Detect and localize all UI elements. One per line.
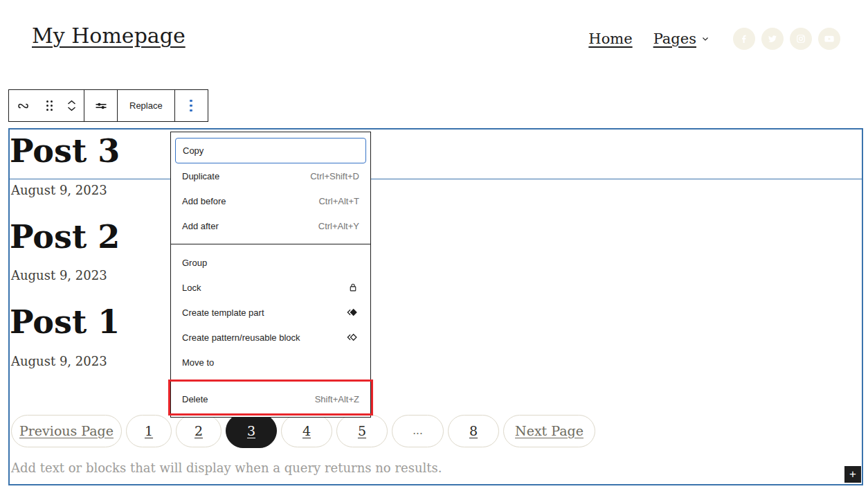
post-title[interactable]: Post 2 xyxy=(10,220,120,255)
duplicate-label: Duplicate xyxy=(182,171,219,181)
query-loop-block[interactable]: Post 3 August 9, 2023 Post 2 August 9, 2… xyxy=(8,128,863,485)
no-results-placeholder[interactable]: Add text or blocks that will display whe… xyxy=(11,461,841,475)
query-loop-block-icon[interactable] xyxy=(9,90,39,121)
reusable-block-icon xyxy=(345,330,359,344)
block-toolbar: Replace xyxy=(8,89,208,122)
page-4-label: 4 xyxy=(302,423,311,438)
lock-icon xyxy=(347,281,359,294)
nav-item-pages[interactable]: Pages xyxy=(653,30,709,47)
twitter-icon[interactable] xyxy=(761,28,784,50)
block-options-menu: Copy Duplicate Ctrl+Shift+D Add before C… xyxy=(170,132,371,418)
chevron-down-icon xyxy=(701,35,709,43)
menu-item-create-template-part[interactable]: Create template part xyxy=(171,300,370,325)
toolbar-group-settings xyxy=(84,90,118,121)
nav-pages-label: Pages xyxy=(653,30,696,47)
add-after-shortcut: Ctrl+Alt+Y xyxy=(318,221,359,231)
post-title-block-outline xyxy=(8,128,863,179)
menu-item-lock[interactable]: Lock xyxy=(171,275,370,300)
settings-sliders-icon[interactable] xyxy=(84,90,117,121)
move-up-icon[interactable] xyxy=(66,99,77,105)
nav-home-label: Home xyxy=(588,30,632,47)
page-number-1[interactable]: 1 xyxy=(126,415,172,447)
site-title-link[interactable]: My Homepage xyxy=(32,24,186,48)
delete-shortcut: Shift+Alt+Z xyxy=(315,394,359,404)
create-template-part-label: Create template part xyxy=(182,307,264,318)
post-date[interactable]: August 9, 2023 xyxy=(11,354,107,368)
add-after-label: Add after xyxy=(182,221,219,231)
move-to-label: Move to xyxy=(182,357,214,368)
previous-page-label: Previous Page xyxy=(19,423,114,438)
replace-button[interactable]: Replace xyxy=(118,90,174,121)
page-number-4[interactable]: 4 xyxy=(281,415,332,447)
post-date[interactable]: August 9, 2023 xyxy=(11,183,107,197)
create-pattern-label: Create pattern/reusable block xyxy=(182,332,300,343)
previous-page-button[interactable]: Previous Page xyxy=(11,415,122,447)
post-title[interactable]: Post 3 xyxy=(10,134,120,169)
toolbar-group-block xyxy=(9,90,84,121)
block-mover xyxy=(59,99,84,112)
menu-item-copy[interactable]: Copy xyxy=(175,138,366,163)
pagination: Previous Page 1 2 3 4 5 ... 8 Next Page xyxy=(11,413,595,448)
menu-item-add-after[interactable]: Add after Ctrl+Alt+Y xyxy=(171,213,370,238)
page-number-3-current[interactable]: 3 xyxy=(226,413,277,448)
post-title[interactable]: Post 1 xyxy=(10,305,120,340)
instagram-icon[interactable] xyxy=(790,28,812,50)
menu-item-create-pattern[interactable]: Create pattern/reusable block xyxy=(171,325,370,350)
add-before-shortcut: Ctrl+Alt+T xyxy=(318,196,359,206)
menu-item-delete[interactable]: Delete Shift+Alt+Z xyxy=(171,386,370,411)
page-ellipsis: ... xyxy=(392,415,444,447)
page-5-label: 5 xyxy=(358,423,366,438)
delete-label: Delete xyxy=(182,394,208,404)
next-page-label: Next Page xyxy=(515,423,584,438)
move-down-icon[interactable] xyxy=(66,106,77,112)
next-page-button[interactable]: Next Page xyxy=(503,415,595,447)
page-3-label: 3 xyxy=(247,423,255,438)
drag-handle-icon[interactable] xyxy=(39,90,59,121)
page-8-label: 8 xyxy=(469,423,478,438)
group-label: Group xyxy=(182,258,207,268)
lock-label: Lock xyxy=(182,283,201,293)
header-nav: Home Pages xyxy=(588,26,840,51)
duplicate-shortcut: Ctrl+Shift+D xyxy=(310,171,359,181)
menu-item-move-to[interactable]: Move to xyxy=(171,350,370,375)
youtube-icon[interactable] xyxy=(818,28,840,50)
post-date[interactable]: August 9, 2023 xyxy=(11,268,107,283)
facebook-icon[interactable] xyxy=(733,28,755,50)
page-number-2[interactable]: 2 xyxy=(176,415,221,447)
options-ellipsis-icon[interactable] xyxy=(175,90,208,121)
template-part-icon xyxy=(345,305,359,319)
ellipsis-label: ... xyxy=(413,425,422,437)
social-links xyxy=(733,28,840,50)
add-before-label: Add before xyxy=(182,196,226,206)
menu-separator xyxy=(171,244,370,244)
copy-label: Copy xyxy=(183,145,204,156)
page-1-label: 1 xyxy=(145,423,153,438)
page-number-8[interactable]: 8 xyxy=(448,415,499,447)
page-number-5[interactable]: 5 xyxy=(336,415,388,447)
block-appender-plus-button[interactable]: + xyxy=(844,466,861,483)
page-2-label: 2 xyxy=(195,423,203,438)
menu-item-duplicate[interactable]: Duplicate Ctrl+Shift+D xyxy=(171,163,370,188)
menu-separator xyxy=(171,380,370,381)
nav-item-home[interactable]: Home xyxy=(588,30,632,47)
toolbar-group-replace: Replace xyxy=(118,90,175,121)
toolbar-group-options xyxy=(175,90,208,121)
menu-item-add-before[interactable]: Add before Ctrl+Alt+T xyxy=(171,188,370,213)
menu-item-group[interactable]: Group xyxy=(171,250,370,275)
